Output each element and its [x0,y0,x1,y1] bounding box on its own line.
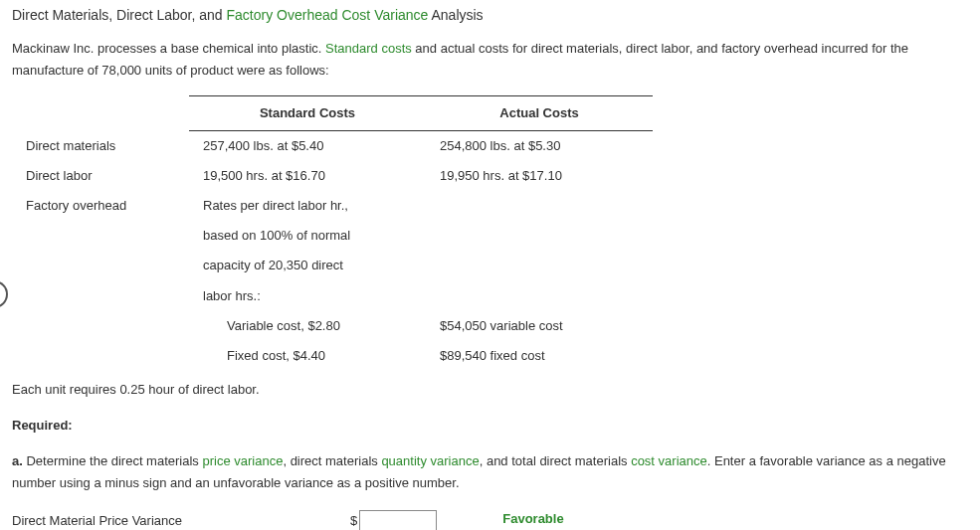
foh-fix-act: $89,540 fixed cost [426,341,653,371]
title-link[interactable]: Factory Overhead Cost Variance [227,7,429,23]
header-blank [12,95,189,130]
intro-paragraph: Mackinaw Inc. processes a base chemical … [12,38,968,82]
table-row: labor hrs.: [12,281,653,311]
required-label: Required: [12,415,968,437]
foh-label: Factory overhead [12,191,189,221]
dm-label: Direct materials [12,131,189,162]
table-header-row: Standard Costs Actual Costs [12,95,653,130]
cost-table: Standard Costs Actual Costs Direct mater… [12,95,653,371]
answer-label: Direct Material Price Variance [12,510,350,530]
foh-std1: Rates per direct labor hr., [189,191,426,221]
dm-act: 254,800 lbs. at $5.30 [426,131,653,162]
dl-std: 19,500 hrs. at $16.70 [189,161,426,191]
dl-act: 19,950 hrs. at $17.10 [426,161,653,191]
foh-var-std: Variable cost, $2.80 [203,315,340,337]
page-title: Direct Materials, Direct Labor, and Fact… [12,4,968,28]
foh-std4: labor hrs.: [189,281,426,311]
title-suffix: Analysis [428,7,483,23]
qa-link-price[interactable]: price variance [202,453,283,468]
header-standard: Standard Costs [189,95,426,130]
answer-row-price: Direct Material Price Variance $ Favorab… [12,508,968,530]
table-row: Direct labor 19,500 hrs. at $16.70 19,95… [12,161,653,191]
qa-t2: , direct materials [283,453,381,468]
side-decoration-arc [0,280,8,308]
intro-link[interactable]: Standard costs [325,41,412,56]
unit-note: Each unit requires 0.25 hour of direct l… [12,379,968,401]
qa-t1: Determine the direct materials [23,453,203,468]
table-row: capacity of 20,350 direct [12,251,653,280]
table-row: Fixed cost, $4.40 $89,540 fixed cost [12,341,653,371]
currency-symbol: $ [350,510,357,530]
table-row: Factory overhead Rates per direct labor … [12,191,653,221]
qa-link-cost[interactable]: cost variance [631,453,707,468]
foh-std2: based on 100% of normal [189,221,426,251]
foh-std3: capacity of 20,350 direct [189,251,426,280]
table-row: Direct materials 257,400 lbs. at $5.40 2… [12,131,653,162]
question-a: a. Determine the direct materials price … [12,450,968,494]
title-prefix: Direct Materials, Direct Labor, and [12,7,227,23]
dm-std: 257,400 lbs. at $5.40 [189,131,426,162]
table-row: Variable cost, $2.80 $54,050 variable co… [12,311,653,341]
foh-fix-std: Fixed cost, $4.40 [203,345,325,367]
qa-link-quantity[interactable]: quantity variance [381,453,479,468]
qa-t3: , and total direct materials [480,453,631,468]
qa-lead: a. [12,453,23,468]
intro-text-a: Mackinaw Inc. processes a base chemical … [12,41,325,56]
header-actual: Actual Costs [426,95,653,130]
foh-var-act: $54,050 variable cost [426,311,653,341]
price-variance-input[interactable] [359,510,437,530]
table-row: based on 100% of normal [12,221,653,251]
dl-label: Direct labor [12,161,189,191]
price-variance-status[interactable]: Favorable [500,508,610,530]
